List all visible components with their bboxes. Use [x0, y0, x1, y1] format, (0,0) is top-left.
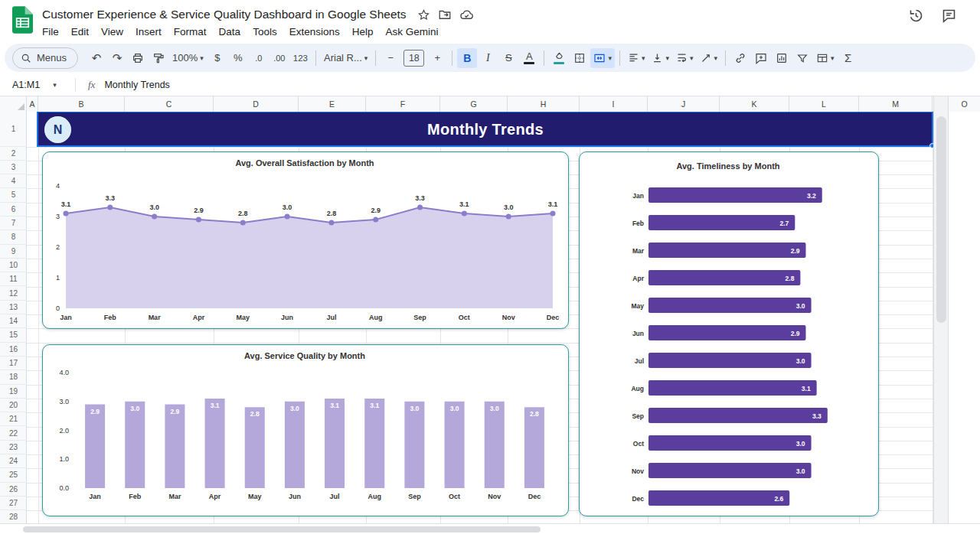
row-header-16[interactable]: 16 — [0, 343, 27, 357]
font-size-input[interactable]: 18 — [403, 50, 424, 67]
menu-extensions[interactable]: Extensions — [283, 24, 346, 39]
increase-font-size-button[interactable]: + — [427, 48, 447, 68]
text-rotation-button[interactable]: ▾ — [697, 48, 721, 68]
column-header-C[interactable]: C — [125, 96, 214, 112]
column-header-J[interactable]: J — [648, 96, 720, 112]
decrease-decimal-button[interactable]: .0 — [249, 48, 269, 68]
undo-button[interactable]: ↶ — [87, 48, 106, 68]
formula-input[interactable]: Monthly Trends — [104, 80, 169, 90]
row-header-9[interactable]: 9 — [0, 245, 27, 259]
row-header-11[interactable]: 11 — [0, 272, 27, 286]
chart-timeliness[interactable]: Avg. Timeliness by MonthJan3.2Feb2.7Mar2… — [579, 151, 879, 516]
row-header-6[interactable]: 6 — [0, 203, 27, 217]
row-header-22[interactable]: 22 — [0, 427, 27, 441]
row-header-1[interactable]: 1 — [0, 112, 27, 147]
column-header-A[interactable]: A — [27, 96, 38, 112]
row-header-10[interactable]: 10 — [0, 259, 27, 272]
fill-color-button[interactable] — [549, 48, 569, 68]
row-header-25[interactable]: 25 — [0, 468, 27, 482]
format-percent-button[interactable]: % — [228, 48, 248, 68]
row-header-20[interactable]: 20 — [0, 399, 27, 412]
horizontal-scrollbar[interactable] — [0, 523, 980, 534]
column-header-E[interactable]: E — [299, 96, 366, 112]
menu-format[interactable]: Format — [168, 24, 213, 39]
menu-insert[interactable]: Insert — [129, 24, 168, 39]
row-header-12[interactable]: 12 — [0, 287, 27, 301]
column-header-G[interactable]: G — [440, 96, 508, 112]
chart-service-quality[interactable]: Avg. Service Quality by Month0.01.02.03.… — [42, 344, 569, 516]
italic-button[interactable]: I — [478, 48, 498, 68]
vertical-scrollbar[interactable] — [933, 96, 949, 523]
menu-ask-gemini[interactable]: Ask Gemini — [379, 24, 444, 39]
paint-format-button[interactable] — [149, 48, 168, 68]
version-history-icon[interactable] — [908, 8, 924, 24]
column-header-O[interactable]: O — [949, 96, 980, 112]
menu-view[interactable]: View — [95, 24, 129, 39]
row-header-23[interactable]: 23 — [0, 441, 27, 454]
document-title[interactable]: Customer Experience & Service Quality Da… — [42, 8, 407, 21]
merge-cells-button[interactable]: ▾ — [590, 48, 615, 68]
borders-button[interactable] — [570, 48, 590, 68]
menus-search-button[interactable]: Menus — [12, 47, 78, 69]
horizontal-align-button[interactable]: ▾ — [625, 48, 648, 68]
row-header-3[interactable]: 3 — [0, 161, 27, 174]
insert-chart-button[interactable] — [772, 48, 792, 68]
row-header-5[interactable]: 5 — [0, 188, 27, 202]
row-header-17[interactable]: 17 — [0, 357, 27, 370]
menu-help[interactable]: Help — [346, 24, 380, 39]
increase-decimal-button[interactable]: .00 — [270, 48, 289, 68]
font-select[interactable]: Arial R...▾ — [321, 48, 371, 68]
column-header-B[interactable]: B — [38, 96, 125, 112]
menu-data[interactable]: Data — [213, 24, 247, 39]
comment-history-icon[interactable] — [941, 8, 957, 24]
row-header-4[interactable]: 4 — [0, 174, 27, 188]
row-header-13[interactable]: 13 — [0, 301, 27, 314]
bold-button[interactable]: B — [457, 48, 477, 68]
spreadsheet-grid[interactable]: N Monthly Trends Avg. Overall Satisfacti… — [0, 112, 980, 523]
menu-file[interactable]: File — [36, 24, 65, 39]
column-header-D[interactable]: D — [214, 96, 299, 112]
cloud-status-icon[interactable] — [459, 8, 474, 22]
column-header-L[interactable]: L — [789, 96, 859, 112]
column-header-K[interactable]: K — [720, 96, 789, 112]
more-formats-button[interactable]: 123 — [290, 48, 311, 68]
strikethrough-button[interactable]: S — [498, 48, 518, 68]
vertical-scrollbar-thumb[interactable] — [936, 116, 946, 323]
row-header-21[interactable]: 21 — [0, 412, 27, 426]
chart-satisfaction[interactable]: Avg. Overall Satisfaction by Month012343… — [42, 151, 569, 329]
column-header-F[interactable]: F — [366, 96, 440, 112]
column-header-M[interactable]: M — [859, 96, 933, 112]
text-wrap-button[interactable]: ▾ — [673, 48, 697, 68]
text-color-button[interactable]: A — [519, 48, 539, 68]
column-header-I[interactable]: I — [580, 96, 648, 112]
filter-views-button[interactable]: ▾ — [813, 48, 838, 68]
insert-comment-button[interactable] — [751, 48, 771, 68]
row-header-27[interactable]: 27 — [0, 497, 27, 510]
menu-tools[interactable]: Tools — [247, 24, 283, 39]
vertical-align-button[interactable]: ▾ — [648, 48, 672, 68]
redo-button[interactable]: ↷ — [107, 48, 127, 68]
insert-link-button[interactable] — [730, 48, 750, 68]
row-header-26[interactable]: 26 — [0, 483, 27, 497]
row-header-24[interactable]: 24 — [0, 454, 27, 468]
row-header-2[interactable]: 2 — [0, 147, 27, 161]
functions-button[interactable]: Σ — [838, 48, 858, 68]
format-currency-button[interactable]: $ — [207, 48, 227, 68]
name-box[interactable]: A1:M1 ▾ — [0, 80, 74, 90]
banner-row[interactable]: N Monthly Trends — [38, 112, 933, 147]
row-header-19[interactable]: 19 — [0, 385, 27, 399]
star-icon[interactable] — [417, 8, 430, 21]
print-button[interactable] — [128, 48, 148, 68]
decrease-font-size-button[interactable]: − — [381, 48, 400, 68]
row-header-15[interactable]: 15 — [0, 328, 27, 342]
zoom-select[interactable]: 100%▾ — [169, 48, 207, 68]
row-header-14[interactable]: 14 — [0, 314, 27, 328]
row-header-8[interactable]: 8 — [0, 230, 27, 244]
select-all-corner[interactable] — [0, 96, 27, 112]
move-folder-icon[interactable] — [438, 8, 452, 21]
row-header-18[interactable]: 18 — [0, 370, 27, 384]
column-header-H[interactable]: H — [508, 96, 580, 112]
horizontal-scrollbar-thumb[interactable] — [23, 526, 541, 532]
create-filter-button[interactable] — [792, 48, 812, 68]
menu-edit[interactable]: Edit — [65, 24, 95, 39]
